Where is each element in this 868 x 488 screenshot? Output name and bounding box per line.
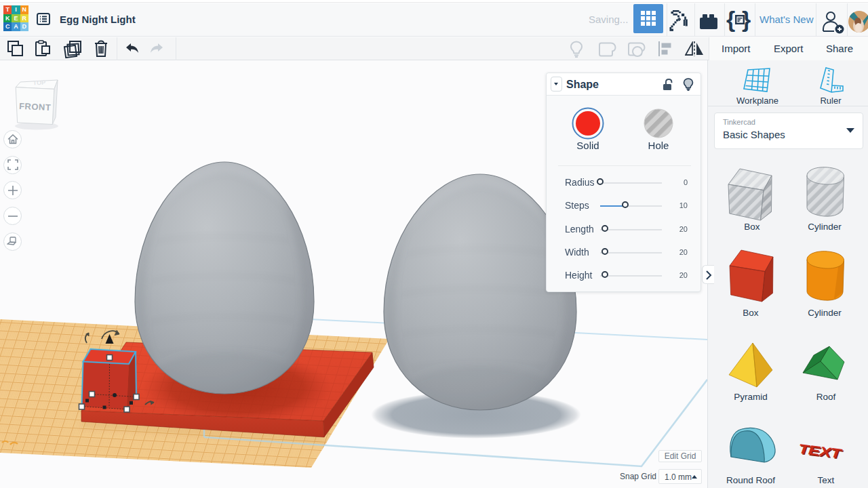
svg-text:Roof: Roof	[816, 392, 836, 402]
svg-text:TEXT: TEXT	[796, 441, 844, 461]
svg-text:Pyramid: Pyramid	[734, 392, 768, 402]
svg-text:Cylinder: Cylinder	[808, 222, 842, 232]
svg-text:FRONT: FRONT	[19, 101, 52, 113]
svg-text:Round Roof: Round Roof	[726, 475, 775, 485]
svg-text:Text: Text	[818, 475, 835, 485]
svg-text:Cylinder: Cylinder	[808, 308, 842, 318]
svg-text:Box: Box	[743, 308, 759, 318]
svg-text:TOP: TOP	[33, 79, 46, 87]
svg-text:Box: Box	[744, 222, 760, 232]
